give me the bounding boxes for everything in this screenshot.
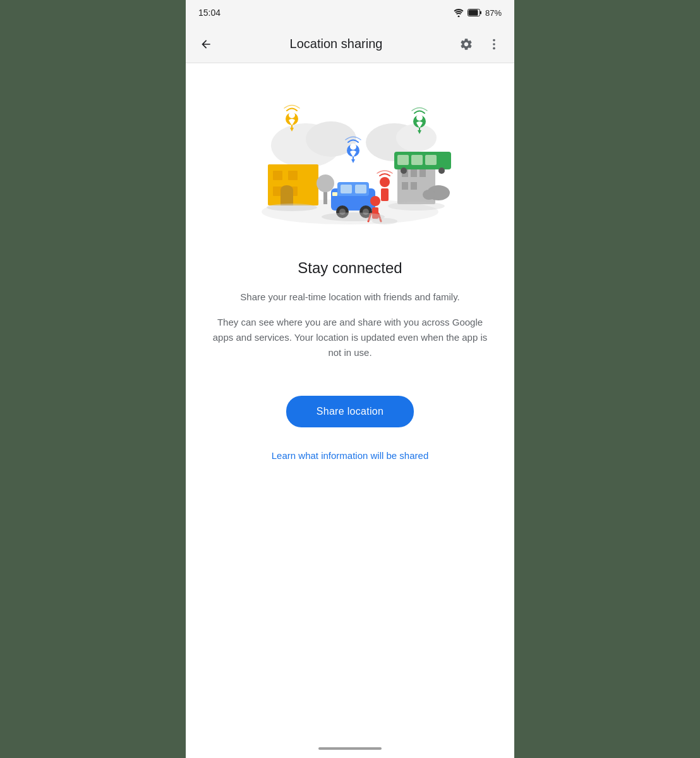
svg-point-22 (289, 112, 295, 118)
svg-rect-45 (419, 169, 426, 177)
phone-frame: 15:04 87% Location sharing (186, 0, 514, 758)
nav-indicator (318, 747, 382, 750)
more-options-button[interactable] (481, 32, 507, 57)
svg-rect-47 (411, 182, 417, 190)
svg-point-36 (380, 177, 390, 187)
svg-point-0 (457, 16, 459, 18)
svg-rect-2 (480, 11, 481, 15)
svg-rect-37 (381, 188, 389, 201)
svg-point-60 (388, 202, 445, 211)
svg-rect-30 (341, 185, 352, 193)
svg-rect-51 (425, 155, 437, 165)
svg-point-38 (370, 196, 380, 206)
illustration (249, 95, 451, 234)
status-bar: 15:04 87% (186, 0, 514, 25)
text-section: Stay connected Share your real-time loca… (206, 259, 494, 370)
wifi-icon (454, 8, 464, 17)
svg-point-4 (493, 39, 495, 41)
svg-rect-31 (355, 185, 366, 193)
svg-point-53 (438, 168, 445, 174)
app-bar-actions (454, 32, 507, 57)
back-button[interactable] (193, 32, 219, 57)
svg-rect-49 (397, 155, 409, 165)
body-text-2: They can see where you are and share wit… (206, 315, 494, 360)
svg-rect-14 (288, 171, 298, 180)
svg-point-20 (317, 174, 334, 192)
share-location-button[interactable]: Share location (286, 396, 414, 427)
status-time: 15:04 (198, 8, 220, 18)
page-title: Location sharing (219, 37, 454, 51)
svg-point-34 (350, 144, 356, 150)
svg-point-52 (401, 168, 407, 174)
more-vert-icon (487, 37, 501, 51)
svg-point-62 (423, 190, 435, 200)
app-bar: Location sharing (186, 25, 514, 63)
svg-rect-32 (332, 192, 337, 196)
battery-icon (468, 9, 481, 16)
svg-point-55 (416, 114, 423, 121)
svg-rect-13 (273, 171, 282, 180)
back-arrow-icon (200, 38, 212, 51)
settings-button[interactable] (454, 32, 479, 57)
battery-percent: 87% (485, 8, 502, 18)
svg-marker-35 (351, 159, 355, 163)
bottom-bar (186, 739, 514, 758)
main-content: Stay connected Share your real-time loca… (186, 63, 514, 739)
svg-point-18 (281, 185, 293, 194)
svg-point-57 (267, 204, 317, 211)
learn-link[interactable]: Learn what information will be shared (272, 450, 428, 461)
svg-rect-50 (411, 155, 423, 165)
svg-rect-46 (402, 182, 408, 190)
svg-point-6 (493, 47, 495, 49)
status-icons: 87% (454, 8, 502, 18)
body-text-1: Share your real-time location with frien… (206, 290, 494, 305)
svg-point-11 (396, 124, 437, 152)
svg-rect-44 (411, 169, 417, 177)
headline: Stay connected (206, 259, 494, 277)
svg-point-59 (372, 218, 397, 224)
gear-icon (459, 37, 473, 51)
svg-rect-3 (468, 10, 478, 16)
svg-point-5 (493, 43, 495, 46)
